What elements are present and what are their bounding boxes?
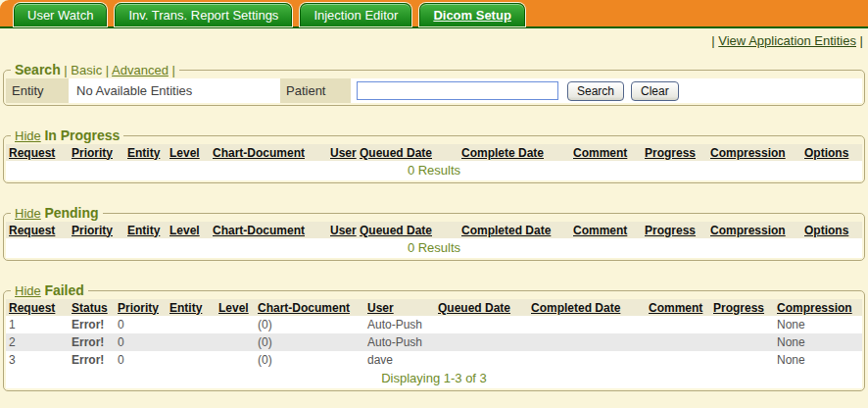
column-header[interactable]: Priority — [69, 222, 124, 238]
column-header[interactable]: Comment — [646, 299, 710, 316]
search-button[interactable]: Search — [567, 81, 624, 101]
cell — [528, 333, 646, 351]
hide-link[interactable]: Hide — [15, 283, 41, 298]
in-progress-table: RequestPriorityEntityLevelChart-Document… — [6, 144, 862, 161]
section-pending: Hide Pending RequestPriorityEntityLevelC… — [3, 205, 865, 261]
tab-user-watch[interactable]: User Watch — [14, 3, 107, 26]
section-title: Pending — [44, 205, 98, 221]
column-header[interactable]: Completed Date — [458, 222, 570, 238]
results-count: 0 Results — [6, 238, 862, 258]
clear-button[interactable]: Clear — [631, 81, 679, 101]
column-header[interactable]: Request — [6, 222, 69, 238]
cell: 0 — [115, 333, 167, 351]
search-panel: Search | Basic | Advanced | Entity No Av… — [3, 62, 865, 106]
column-header[interactable]: Progress — [642, 144, 707, 161]
header-row: RequestPriorityEntityLevelChart-Document… — [6, 144, 862, 161]
section-in-progress: Hide In Progress RequestPriorityEntityLe… — [3, 128, 865, 183]
pending-table: RequestPriorityEntityLevelChart-Document… — [6, 222, 862, 238]
cell: 1 — [6, 316, 69, 333]
section-legend: Hide Pending — [11, 205, 103, 221]
search-legend: Search | Basic | Advanced | — [11, 62, 179, 77]
column-header[interactable]: Progress — [642, 222, 707, 238]
hide-link[interactable]: Hide — [15, 128, 41, 143]
divider: | — [172, 63, 175, 77]
column-header[interactable]: Chart-Document — [210, 222, 327, 238]
column-header[interactable]: Compression — [707, 144, 801, 161]
patient-search-input[interactable] — [357, 81, 558, 100]
column-header[interactable]: Comment — [570, 144, 642, 161]
column-header[interactable]: Queued Date — [357, 144, 458, 161]
cell — [528, 316, 646, 333]
view-application-entities-link[interactable]: View Application Entities — [718, 33, 856, 48]
cell: Error! — [69, 351, 115, 369]
cell — [216, 351, 255, 369]
cell — [710, 351, 774, 369]
cell: 0 — [115, 316, 167, 333]
tab-dicom-setup[interactable]: Dicom Setup — [419, 3, 524, 26]
cell: dave — [364, 351, 435, 369]
column-header[interactable]: Status — [69, 299, 115, 316]
column-header[interactable]: Entity — [167, 299, 216, 316]
column-header[interactable]: Progress — [710, 299, 774, 316]
cell — [710, 316, 774, 333]
cell — [646, 351, 710, 369]
column-header[interactable]: Level — [167, 144, 210, 161]
search-title: Search — [15, 62, 61, 77]
cell — [216, 333, 255, 351]
column-header[interactable]: Request — [6, 144, 69, 161]
cell — [167, 351, 216, 369]
header-row: RequestStatusPriorityEntityLevelChart-Do… — [6, 299, 862, 316]
column-header[interactable]: Complete Date — [458, 144, 570, 161]
divider: | — [106, 63, 109, 77]
cell: (0) — [255, 333, 364, 351]
section-title: In Progress — [44, 128, 120, 143]
column-header[interactable]: User — [327, 144, 357, 161]
cell: (0) — [255, 351, 364, 369]
column-header[interactable]: User — [364, 299, 435, 316]
column-header[interactable]: Chart-Document — [210, 144, 327, 161]
advanced-search-link[interactable]: Advanced — [112, 63, 169, 77]
tab-injection-editor[interactable]: Injection Editor — [300, 3, 411, 26]
cell: None — [774, 351, 862, 369]
column-header[interactable]: Queued Date — [435, 299, 528, 316]
hide-link[interactable]: Hide — [15, 206, 41, 221]
column-header[interactable]: Comment — [570, 222, 642, 238]
column-header[interactable]: Level — [216, 299, 255, 316]
entity-label: Entity — [6, 78, 69, 103]
top-link-row: | View Application Entities | — [0, 28, 868, 48]
column-header[interactable]: Priority — [69, 144, 124, 161]
section-legend: Hide Failed — [11, 282, 88, 298]
column-header[interactable]: Options — [801, 222, 862, 238]
column-header[interactable]: Options — [801, 144, 862, 161]
paging-status: Displaying 1-3 of 3 — [6, 369, 862, 388]
column-header[interactable]: Completed Date — [528, 299, 646, 316]
cell — [646, 333, 710, 351]
divider: | — [860, 33, 863, 48]
cell — [167, 316, 216, 333]
cell: Error! — [69, 333, 115, 351]
section-failed: Hide Failed RequestStatusPriorityEntityL… — [3, 282, 865, 391]
basic-search-link[interactable]: Basic — [71, 63, 102, 77]
column-header[interactable]: User — [327, 222, 357, 238]
column-header[interactable]: Level — [167, 222, 210, 238]
section-legend: Hide In Progress — [11, 128, 123, 143]
section-title: Failed — [44, 282, 83, 298]
header-row: RequestPriorityEntityLevelChart-Document… — [6, 222, 862, 238]
column-header[interactable]: Queued Date — [357, 222, 458, 238]
cell — [646, 316, 710, 333]
column-header[interactable]: Compression — [774, 299, 862, 316]
column-header[interactable]: Entity — [124, 144, 167, 161]
column-header[interactable]: Compression — [707, 222, 801, 238]
column-header[interactable]: Request — [6, 299, 69, 316]
top-tab-bar: User Watch Inv. Trans. Report Settings I… — [0, 0, 868, 28]
results-count: 0 Results — [6, 161, 862, 180]
cell — [435, 316, 528, 333]
tab-inv-trans-report-settings[interactable]: Inv. Trans. Report Settings — [115, 3, 292, 26]
column-header[interactable]: Priority — [115, 299, 167, 316]
cell — [528, 351, 646, 369]
column-header[interactable]: Chart-Document — [255, 299, 364, 316]
cell: Error! — [69, 316, 115, 333]
failed-table: RequestStatusPriorityEntityLevelChart-Do… — [6, 299, 862, 369]
entity-value: No Available Entities — [69, 83, 280, 98]
column-header[interactable]: Entity — [124, 222, 167, 238]
